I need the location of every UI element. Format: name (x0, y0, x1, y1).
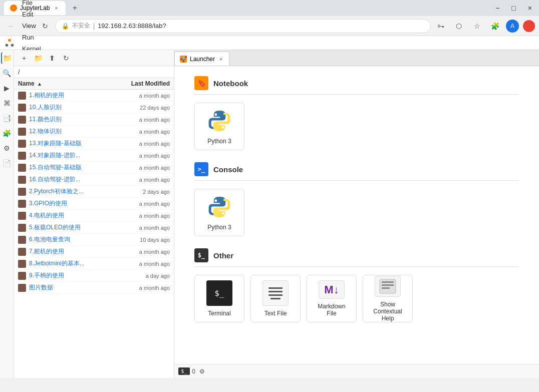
url-text: 192.168.2.63:8888/lab? (98, 22, 424, 30)
main-layout: 📁 🔍 ▶ ⌘ 📑 🧩 ⚙ 📄 + 📁 ⬆ ↻ / Name ▲ Last Mo… (0, 50, 539, 378)
list-item[interactable]: 1.相机的使用 a month ago (14, 90, 174, 102)
list-item[interactable]: 12.物体识别 a month ago (14, 126, 174, 138)
maximize-button[interactable]: □ (508, 3, 518, 13)
list-item[interactable]: 2.Pytorch初体验之... 2 days ago (14, 186, 174, 198)
sidebar-files-icon[interactable]: 📁 (1, 52, 13, 64)
folder-icon (18, 260, 26, 268)
svg-rect-7 (382, 287, 390, 289)
terminal-count: 0 (192, 368, 195, 375)
terminal-status-label: $_ (178, 367, 190, 375)
menu-item-view[interactable]: View (18, 20, 50, 32)
launcher-tab-close[interactable]: × (218, 56, 224, 63)
url-bar[interactable]: 🔒 不安全 | 192.168.2.63:8888/lab? (55, 19, 431, 33)
list-item[interactable]: 9.手柄的使用 a day ago (14, 270, 174, 282)
svg-rect-6 (382, 284, 394, 286)
file-name: 9.手柄的使用 (29, 271, 115, 280)
terminal-item[interactable]: $_ Terminal (194, 275, 244, 322)
bottom-bar: $_ 0 ⚙ (174, 364, 539, 378)
markdownfile-item[interactable]: M↓ Markdown File (307, 275, 357, 322)
svg-point-3 (11, 44, 14, 47)
menu-item-edit[interactable]: Edit (18, 9, 50, 20)
sidebar-search-icon[interactable]: 🔍 (1, 67, 13, 79)
sidebar-page-icon[interactable]: 📄 (1, 157, 13, 169)
other-items: $_ Terminal Text File M↓ M (194, 275, 519, 322)
list-item[interactable]: 16.自动驾驶-进阶... a month ago (14, 174, 174, 186)
profile-icon[interactable]: A (506, 20, 519, 33)
terminal-status-icon[interactable]: $_ 0 (178, 367, 195, 375)
folder-icon (18, 236, 26, 244)
close-button[interactable]: × (525, 3, 535, 13)
console-python3-item[interactable]: Python 3 (194, 189, 244, 236)
file-modified: a month ago (115, 177, 170, 183)
new-file-button[interactable]: + (18, 52, 30, 64)
folder-icon (18, 140, 26, 148)
refresh-files-button[interactable]: ↻ (60, 52, 72, 64)
back-button[interactable]: ← (4, 19, 18, 33)
file-modified: 2 days ago (115, 189, 170, 195)
list-item[interactable]: 7.舵机的使用 a month ago (14, 246, 174, 258)
lock-icon: 🔒 (62, 23, 69, 30)
menu-item-run[interactable]: Run (18, 32, 50, 43)
file-modified: a month ago (115, 225, 170, 231)
list-item[interactable]: 14.对象跟随-进阶... a month ago (14, 150, 174, 162)
extension-badge (523, 20, 535, 32)
new-tab-button[interactable]: + (69, 2, 81, 14)
notebook-python3-item[interactable]: Python 3 (194, 103, 244, 150)
folder-icon (18, 116, 26, 124)
file-modified: a month ago (115, 261, 170, 267)
file-modified: a day ago (115, 273, 170, 279)
key-icon[interactable]: 🗝 (434, 19, 448, 33)
folder-icon (18, 92, 26, 100)
tab-close-button[interactable]: × (53, 5, 60, 12)
extensions-icon[interactable]: 🧩 (488, 19, 502, 33)
python-logo-notebook (206, 108, 232, 134)
minimize-button[interactable]: − (492, 3, 502, 13)
file-modified: a month ago (115, 285, 170, 291)
list-item[interactable]: 3.GPIO的使用 a month ago (14, 198, 174, 210)
list-item[interactable]: 11.颜色识别 a month ago (14, 114, 174, 126)
file-modified: 22 days ago (115, 105, 170, 111)
contextual-help-item[interactable]: Show Contextual Help (363, 275, 413, 322)
sidebar-commands-icon[interactable]: ⌘ (1, 97, 13, 109)
launcher-tab[interactable]: 🚀 Launcher × (174, 52, 229, 66)
new-folder-button[interactable]: 📁 (32, 52, 44, 64)
markdown-icon: M↓ (319, 280, 345, 299)
file-name: 16.自动驾驶-进阶... (29, 175, 115, 184)
file-modified: a month ago (115, 153, 170, 159)
title-bar: 🔸 JupyterLab × + − □ × (0, 0, 539, 16)
launcher-tab-icon: 🚀 (180, 56, 187, 63)
svg-point-2 (6, 44, 9, 47)
upload-button[interactable]: ⬆ (46, 52, 58, 64)
bookmark-icon[interactable]: ☆ (470, 19, 484, 33)
tab-panel: 🚀 Launcher × 🔖 Notebook (174, 50, 539, 378)
file-modified: a month ago (115, 249, 170, 255)
file-modified: a month ago (115, 93, 170, 99)
list-item[interactable]: 8.Jetbotmini的基本... a month ago (14, 258, 174, 270)
file-name: 15.自动驾驶-基础版 (29, 163, 115, 172)
list-item[interactable]: 15.自动驾驶-基础版 a month ago (14, 162, 174, 174)
file-modified: a month ago (115, 117, 170, 123)
settings-status-icon[interactable]: ⚙ (199, 368, 205, 375)
sidebar-run-icon[interactable]: ▶ (1, 82, 13, 94)
menu-item-file[interactable]: File (18, 0, 50, 9)
col-name-header: Name ▲ (18, 80, 115, 87)
file-name: 10.人脸识别 (29, 103, 115, 112)
list-item[interactable]: 10.人脸识别 22 days ago (14, 102, 174, 114)
list-item[interactable]: 5.板载OLED的使用 a month ago (14, 222, 174, 234)
list-item[interactable]: 13.对象跟随-基础版 a month ago (14, 138, 174, 150)
list-item[interactable]: 6.电池电量查询 10 days ago (14, 234, 174, 246)
textfile-item[interactable]: Text File (250, 275, 301, 322)
sidebar-tabs-icon[interactable]: 📑 (1, 112, 13, 124)
list-item[interactable]: 图片数据 a month ago (14, 282, 174, 294)
notebook-items: Python 3 (194, 103, 519, 150)
editor-tabs: 🚀 Launcher × (174, 50, 539, 66)
console-section-title: >_ Console (194, 162, 519, 181)
file-name: 3.GPIO的使用 (29, 199, 115, 208)
cast-icon[interactable]: ⬡ (452, 19, 466, 33)
folder-icon (18, 128, 26, 136)
sidebar-settings-icon[interactable]: ⚙ (1, 142, 13, 154)
sidebar-extensions-icon[interactable]: 🧩 (1, 127, 13, 139)
title-bar-right: − □ × (492, 3, 535, 13)
file-name: 6.电池电量查询 (29, 235, 115, 244)
list-item[interactable]: 4.电机的使用 a month ago (14, 210, 174, 222)
